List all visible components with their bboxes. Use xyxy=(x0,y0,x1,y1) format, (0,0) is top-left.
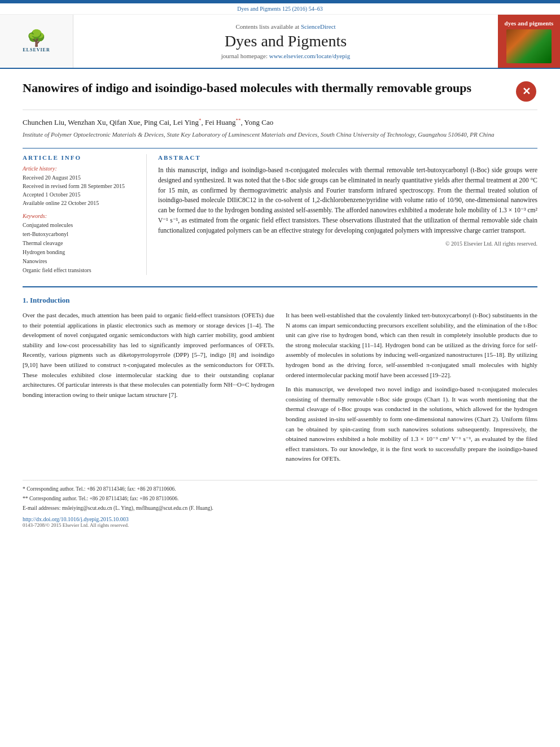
history-label: Article history: xyxy=(23,165,138,172)
abstract-label: ABSTRACT xyxy=(158,154,537,161)
doi-link[interactable]: http://dx.doi.org/10.1016/j.dyepig.2015.… xyxy=(23,516,537,522)
article-title: Nanowires of indigo and isoindigo-based … xyxy=(23,80,506,97)
received-revised-date: Received in revised form 28 September 20… xyxy=(23,182,138,190)
intro-right-text-1: It has been well-established that the co… xyxy=(286,311,537,380)
article-content: Nanowires of indigo and isoindigo-based … xyxy=(0,69,560,539)
dyes-pigments-logo-text: dyes and pigments xyxy=(505,19,554,27)
accepted-date: Accepted 1 October 2015 xyxy=(23,190,138,199)
intro-right-text-2: In this manuscript, we developed two nov… xyxy=(286,385,537,464)
journal-logo-right: dyes and pigments xyxy=(498,15,560,68)
homepage-line: journal homepage: www.elsevier.com/locat… xyxy=(221,53,350,59)
abstract-col: ABSTRACT In this manuscript, indigo and … xyxy=(158,154,537,275)
article-history: Article history: Received 20 August 2015… xyxy=(23,165,138,207)
keyword-1: Conjugated molecules xyxy=(23,221,138,230)
authors: Chunchen Liu, Wenzhan Xu, Qifan Xue, Pin… xyxy=(23,117,537,126)
keyword-2: tert-Butoxycarbonyl xyxy=(23,230,138,239)
body-content: 1. Introduction Over the past decades, m… xyxy=(23,286,537,469)
keywords-section: Keywords: Conjugated molecules tert-Buto… xyxy=(23,213,138,275)
citation-text: Dyes and Pigments 125 (2016) 54–63 xyxy=(237,6,322,12)
article-info-label: ARTICLE INFO xyxy=(23,154,138,161)
keyword-4: Hydrogen bonding xyxy=(23,248,138,257)
copyright-text: © 2015 Elsevier Ltd. All rights reserved… xyxy=(158,241,537,247)
journal-center: Contents lists available at ScienceDirec… xyxy=(73,15,498,68)
footnote-1: * Corresponding author. Tel.: +86 20 871… xyxy=(23,485,537,493)
body-left-col: Over the past decades, much attention ha… xyxy=(23,311,274,469)
article-title-section: Nanowires of indigo and isoindigo-based … xyxy=(23,80,537,110)
body-right-col: It has been well-established that the co… xyxy=(286,311,537,469)
homepage-label: journal homepage: xyxy=(221,53,268,59)
footnote-email: E-mail addresses: msleiying@scut.edu.cn … xyxy=(23,504,537,512)
crossmark-icon: ✕ xyxy=(516,81,536,102)
citation-line: Dyes and Pigments 125 (2016) 54–63 xyxy=(0,3,560,15)
keyword-3: Thermal cleavage xyxy=(23,239,138,248)
elsevier-logo-section: 🌳 ELSEVIER xyxy=(0,15,73,68)
body-two-col: Over the past decades, much attention ha… xyxy=(23,311,537,469)
elsevier-logo-box: 🌳 ELSEVIER xyxy=(14,27,59,55)
keyword-6: Organic field effect transistors xyxy=(23,266,138,275)
journal-cover-image xyxy=(506,29,552,63)
journal-header: 🌳 ELSEVIER Contents lists available at S… xyxy=(0,15,560,69)
elsevier-wordmark: ELSEVIER xyxy=(23,47,50,53)
available-date: Available online 22 October 2015 xyxy=(23,199,138,207)
intro-left-text: Over the past decades, much attention ha… xyxy=(23,311,274,400)
received-date: Received 20 August 2015 xyxy=(23,173,138,182)
crossmark-badge: ✕ xyxy=(515,80,537,103)
issn-line: 0143-7208/© 2015 Elsevier Ltd. All right… xyxy=(23,522,537,528)
elsevier-tree-icon: 🌳 xyxy=(27,30,46,46)
abstract-text: In this manuscript, indigo and isoindigo… xyxy=(158,165,537,236)
footnote-2: ** Corresponding author. Tel.: +86 20 87… xyxy=(23,495,537,503)
contents-text: Contents lists available at xyxy=(235,23,299,30)
journal-name: Dyes and Pigments xyxy=(225,32,347,50)
keyword-5: Nanowires xyxy=(23,257,138,266)
contents-line: Contents lists available at ScienceDirec… xyxy=(235,23,335,30)
doi-text: http://dx.doi.org/10.1016/j.dyepig.2015.… xyxy=(23,516,129,522)
article-info-col: ARTICLE INFO Article history: Received 2… xyxy=(23,154,147,275)
authors-text: Chunchen Liu, Wenzhan Xu, Qifan Xue, Pin… xyxy=(23,118,273,126)
page: Dyes and Pigments 125 (2016) 54–63 🌳 ELS… xyxy=(0,0,560,747)
page-footer: * Corresponding author. Tel.: +86 20 871… xyxy=(23,480,537,528)
affiliation: Institute of Polymer Optoelectronic Mate… xyxy=(23,130,537,139)
intro-section-title: 1. Introduction xyxy=(23,296,537,305)
homepage-url[interactable]: www.elsevier.com/locate/dyepig xyxy=(269,53,350,59)
info-abstract-section: ARTICLE INFO Article history: Received 2… xyxy=(23,148,537,275)
keywords-label: Keywords: xyxy=(23,213,138,219)
sciencedirect-link[interactable]: ScienceDirect xyxy=(301,23,336,30)
